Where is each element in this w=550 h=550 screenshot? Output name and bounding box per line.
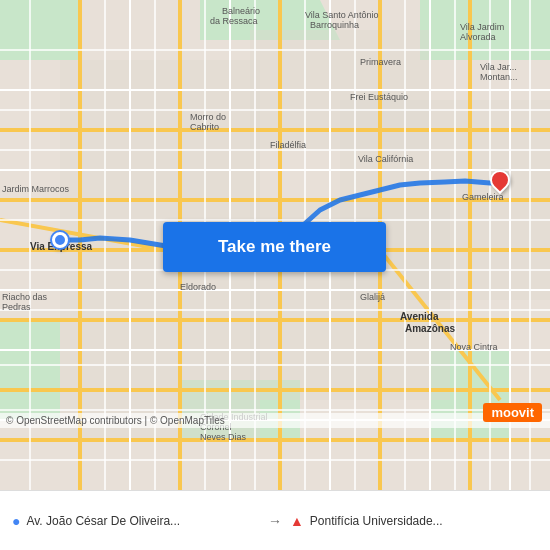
svg-text:Vila Santo Antônio: Vila Santo Antônio: [305, 10, 378, 20]
svg-text:Filadélfia: Filadélfia: [270, 140, 306, 150]
svg-text:Jardim Marrocos: Jardim Marrocos: [2, 184, 70, 194]
destination-pin: [486, 166, 514, 194]
svg-text:Cabrito: Cabrito: [190, 122, 219, 132]
svg-text:Eldorado: Eldorado: [180, 282, 216, 292]
route-from: ● Av. João César De Oliveira...: [12, 513, 260, 529]
svg-text:Morro do: Morro do: [190, 112, 226, 122]
bottom-bar: ● Av. João César De Oliveira... → ▲ Pont…: [0, 490, 550, 550]
route-arrow-icon: →: [268, 513, 282, 529]
moovit-logo: moovit: [483, 403, 542, 422]
route-to: ▲ Pontifícia Universidade...: [290, 513, 538, 529]
svg-text:Frei Eustáquio: Frei Eustáquio: [350, 92, 408, 102]
svg-text:Primavera: Primavera: [360, 57, 401, 67]
svg-text:Neves Dias: Neves Dias: [200, 432, 247, 442]
svg-text:Glalijá: Glalijá: [360, 292, 385, 302]
destination-marker: [490, 170, 510, 196]
svg-text:Vila Jardim: Vila Jardim: [460, 22, 504, 32]
svg-text:Balneário: Balneário: [222, 6, 260, 16]
svg-marker-1: [0, 0, 80, 60]
from-icon: ●: [12, 513, 20, 529]
svg-text:Avenida: Avenida: [400, 311, 439, 322]
svg-text:Vila Califórnia: Vila Califórnia: [358, 154, 413, 164]
svg-text:Riacho das: Riacho das: [2, 292, 48, 302]
svg-text:Vila Jar...: Vila Jar...: [480, 62, 517, 72]
route-to-text: Pontifícia Universidade...: [310, 514, 443, 528]
svg-text:da Ressaca: da Ressaca: [210, 16, 258, 26]
svg-text:Amazônas: Amazônas: [405, 323, 455, 334]
to-icon: ▲: [290, 513, 304, 529]
map-attribution: © OpenStreetMap contributors | © OpenMap…: [0, 413, 550, 428]
take-me-there-button[interactable]: Take me there: [163, 222, 386, 272]
svg-text:Montan...: Montan...: [480, 72, 518, 82]
svg-text:Barroquinha: Barroquinha: [310, 20, 359, 30]
origin-marker: [52, 232, 68, 248]
svg-text:Pedras: Pedras: [2, 302, 31, 312]
map-container: Balneário da Ressaca Vila Santo Antônio …: [0, 0, 550, 490]
svg-text:Nova Cintra: Nova Cintra: [450, 342, 498, 352]
route-from-text: Av. João César De Oliveira...: [26, 514, 180, 528]
svg-text:Alvorada: Alvorada: [460, 32, 496, 42]
